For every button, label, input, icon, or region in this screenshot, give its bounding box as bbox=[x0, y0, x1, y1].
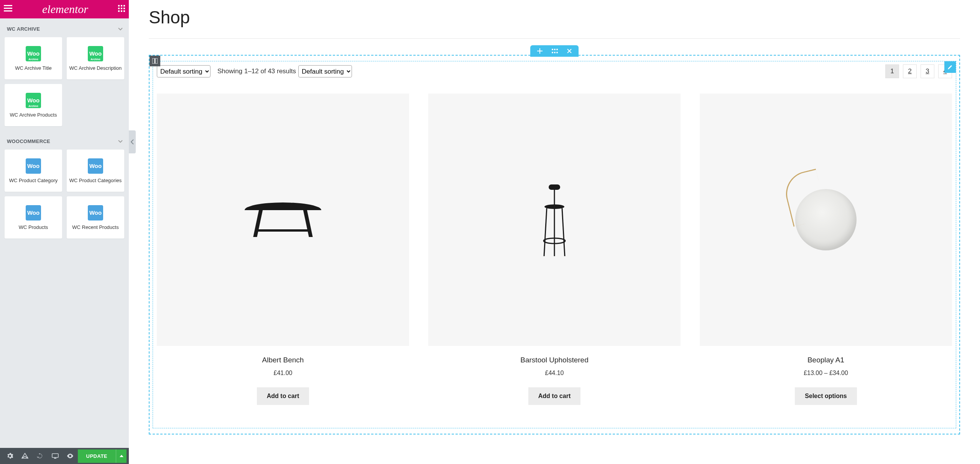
responsive-icon[interactable] bbox=[48, 448, 62, 464]
delete-section-icon[interactable] bbox=[567, 49, 572, 53]
woo-icon: Woo bbox=[88, 205, 103, 220]
add-to-cart-button[interactable]: Select options bbox=[795, 387, 857, 405]
collapse-panel-button[interactable] bbox=[129, 130, 136, 153]
chevron-down-icon bbox=[118, 138, 123, 144]
svg-line-28 bbox=[562, 208, 565, 256]
section-header[interactable]: WC ARCHIVE bbox=[0, 18, 129, 37]
widget-label: WC Archive Title bbox=[15, 65, 51, 71]
brand-logo: elementor bbox=[42, 3, 88, 16]
elementor-panel: elementor WC ARCHIVE WooArchive WC Archi… bbox=[0, 0, 129, 464]
widget-card[interactable]: Woo WC Product Category bbox=[5, 150, 62, 192]
svg-rect-11 bbox=[123, 10, 125, 12]
drag-section-icon[interactable] bbox=[552, 49, 558, 53]
svg-rect-1 bbox=[4, 8, 12, 9]
svg-point-19 bbox=[552, 52, 553, 53]
woo-icon: Woo bbox=[26, 205, 41, 220]
svg-rect-13 bbox=[54, 458, 56, 459]
product-title: Albert Bench bbox=[157, 356, 409, 364]
svg-point-20 bbox=[554, 52, 556, 53]
svg-point-21 bbox=[556, 52, 558, 53]
product-image[interactable] bbox=[157, 94, 409, 346]
add-to-cart-button[interactable]: Add to cart bbox=[257, 387, 309, 405]
product-grid: Albert Bench £41.00 Add to cart Barstool… bbox=[157, 94, 952, 405]
section-header[interactable]: WOOCOMMERCE bbox=[0, 131, 129, 150]
chevron-down-icon bbox=[118, 26, 123, 32]
widget-label: WC Archive Description bbox=[69, 65, 122, 71]
product-price: £13.00 – £34.00 bbox=[700, 370, 952, 377]
add-section-icon[interactable] bbox=[537, 48, 543, 54]
widget-label: WC Recent Products bbox=[72, 224, 118, 230]
shop-toolbar: Default sorting Showing 1–12 of 43 resul… bbox=[157, 64, 952, 78]
widget-label: WC Archive Products bbox=[10, 112, 57, 118]
preview-canvas: Shop Default sorting Showing 1–12 of 43 … bbox=[129, 0, 980, 434]
product-price: £44.10 bbox=[428, 370, 681, 377]
svg-rect-0 bbox=[4, 5, 12, 6]
woo-icon: WooArchive bbox=[26, 93, 41, 108]
svg-rect-10 bbox=[121, 10, 122, 12]
panel-header: elementor bbox=[0, 0, 129, 18]
svg-rect-24 bbox=[549, 184, 560, 190]
navigator-icon[interactable] bbox=[17, 448, 32, 464]
svg-rect-23 bbox=[155, 58, 158, 64]
apps-icon[interactable] bbox=[118, 5, 125, 13]
product-card[interactable]: Beoplay A1 £13.00 – £34.00 Select option… bbox=[700, 94, 952, 405]
svg-rect-5 bbox=[123, 5, 125, 7]
widget-card[interactable]: Woo WC Product Categories bbox=[67, 150, 124, 192]
woo-icon: Woo bbox=[26, 158, 41, 174]
woo-icon: WooArchive bbox=[88, 46, 103, 61]
svg-rect-6 bbox=[118, 8, 120, 9]
product-title: Barstool Upholstered bbox=[428, 356, 681, 364]
svg-rect-22 bbox=[152, 58, 155, 64]
svg-rect-12 bbox=[52, 454, 58, 457]
settings-icon[interactable] bbox=[2, 448, 17, 464]
svg-rect-2 bbox=[4, 10, 12, 12]
widget-label: WC Products bbox=[19, 224, 48, 230]
woo-icon: Woo bbox=[88, 158, 103, 174]
svg-point-18 bbox=[556, 49, 558, 50]
results-count: Showing 1–12 of 43 results Default sorti… bbox=[217, 65, 352, 77]
add-to-cart-button[interactable]: Add to cart bbox=[528, 387, 580, 405]
page-link[interactable]: 1 bbox=[885, 64, 899, 78]
menu-icon[interactable] bbox=[4, 5, 12, 13]
product-card[interactable]: Barstool Upholstered £44.10 Add to cart bbox=[428, 94, 681, 405]
section-title: WC ARCHIVE bbox=[7, 26, 40, 32]
section-title: WOOCOMMERCE bbox=[7, 138, 50, 144]
svg-rect-9 bbox=[118, 10, 120, 12]
widget-card[interactable]: WooArchive WC Archive Products bbox=[5, 84, 62, 126]
product-price: £41.00 bbox=[157, 370, 409, 377]
sort-select-right[interactable]: Default sorting bbox=[298, 65, 352, 77]
woo-icon: WooArchive bbox=[26, 46, 41, 61]
widget-card[interactable]: Woo WC Products bbox=[5, 196, 62, 239]
panel-footer: UPDATE bbox=[0, 448, 129, 464]
svg-rect-8 bbox=[123, 8, 125, 9]
panel-body: WC ARCHIVE WooArchive WC Archive TitleWo… bbox=[0, 18, 129, 464]
column-handle-icon[interactable] bbox=[150, 56, 160, 66]
product-card[interactable]: Albert Bench £41.00 Add to cart bbox=[157, 94, 409, 405]
elementor-column[interactable]: Default sorting Showing 1–12 of 43 resul… bbox=[153, 61, 956, 428]
product-title: Beoplay A1 bbox=[700, 356, 952, 364]
widget-label: WC Product Categories bbox=[69, 178, 122, 183]
svg-rect-3 bbox=[118, 5, 120, 7]
page-link[interactable]: 2 bbox=[903, 64, 917, 78]
product-image[interactable] bbox=[428, 94, 681, 346]
sort-select-left[interactable]: Default sorting bbox=[157, 65, 210, 77]
product-image[interactable] bbox=[700, 94, 952, 346]
widget-card[interactable]: WooArchive WC Archive Title bbox=[5, 37, 62, 79]
page-title: Shop bbox=[149, 7, 960, 39]
history-icon[interactable] bbox=[33, 448, 48, 464]
svg-rect-7 bbox=[121, 8, 122, 9]
update-options-button[interactable] bbox=[116, 449, 127, 463]
svg-point-17 bbox=[554, 49, 556, 50]
svg-line-27 bbox=[544, 208, 547, 256]
svg-point-16 bbox=[552, 49, 553, 50]
preview-icon[interactable] bbox=[62, 448, 77, 464]
page-link[interactable]: 3 bbox=[921, 64, 934, 78]
svg-rect-15 bbox=[537, 51, 543, 51]
elementor-section[interactable]: Default sorting Showing 1–12 of 43 resul… bbox=[149, 55, 960, 434]
widget-label: WC Product Category bbox=[9, 178, 58, 183]
widget-card[interactable]: WooArchive WC Archive Description bbox=[67, 37, 124, 79]
widget-card[interactable]: Woo WC Recent Products bbox=[67, 196, 124, 239]
svg-rect-4 bbox=[121, 5, 122, 7]
update-button[interactable]: UPDATE bbox=[78, 449, 116, 463]
edit-widget-icon[interactable] bbox=[944, 61, 956, 73]
